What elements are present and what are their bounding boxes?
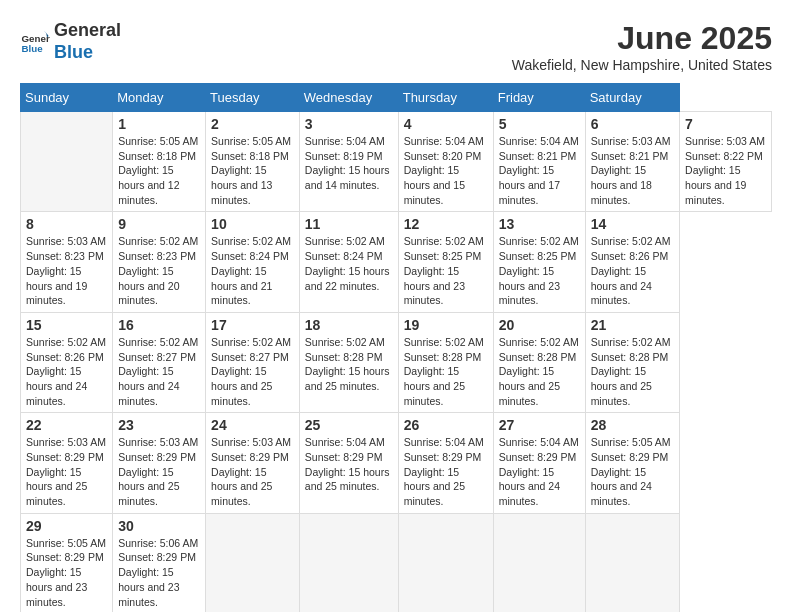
- logo-blue-text: Blue: [54, 42, 93, 62]
- title-block: June 2025 Wakefield, New Hampshire, Unit…: [512, 20, 772, 73]
- day-info: Sunrise: 5:02 AM Sunset: 8:27 PM Dayligh…: [118, 335, 200, 408]
- day-number: 27: [499, 417, 580, 433]
- day-header-saturday: Saturday: [585, 84, 679, 112]
- day-number: 8: [26, 216, 107, 232]
- day-number: 28: [591, 417, 674, 433]
- day-number: 22: [26, 417, 107, 433]
- day-info: Sunrise: 5:05 AM Sunset: 8:29 PM Dayligh…: [26, 536, 107, 609]
- day-info: Sunrise: 5:02 AM Sunset: 8:26 PM Dayligh…: [26, 335, 107, 408]
- day-number: 24: [211, 417, 294, 433]
- day-info: Sunrise: 5:03 AM Sunset: 8:29 PM Dayligh…: [26, 435, 107, 508]
- day-number: 19: [404, 317, 488, 333]
- day-info: Sunrise: 5:04 AM Sunset: 8:29 PM Dayligh…: [404, 435, 488, 508]
- day-number: 7: [685, 116, 766, 132]
- day-info: Sunrise: 5:05 AM Sunset: 8:18 PM Dayligh…: [118, 134, 200, 207]
- week-row-1: 1 Sunrise: 5:05 AM Sunset: 8:18 PM Dayli…: [21, 112, 772, 212]
- calendar-cell: 16 Sunrise: 5:02 AM Sunset: 8:27 PM Dayl…: [113, 312, 206, 412]
- calendar-cell: 10 Sunrise: 5:02 AM Sunset: 8:24 PM Dayl…: [206, 212, 300, 312]
- calendar-cell: [398, 513, 493, 612]
- day-info: Sunrise: 5:06 AM Sunset: 8:29 PM Dayligh…: [118, 536, 200, 609]
- day-info: Sunrise: 5:02 AM Sunset: 8:28 PM Dayligh…: [499, 335, 580, 408]
- day-info: Sunrise: 5:04 AM Sunset: 8:20 PM Dayligh…: [404, 134, 488, 207]
- day-header-tuesday: Tuesday: [206, 84, 300, 112]
- day-info: Sunrise: 5:05 AM Sunset: 8:18 PM Dayligh…: [211, 134, 294, 207]
- calendar-cell: 21 Sunrise: 5:02 AM Sunset: 8:28 PM Dayl…: [585, 312, 679, 412]
- calendar-cell: 11 Sunrise: 5:02 AM Sunset: 8:24 PM Dayl…: [299, 212, 398, 312]
- day-info: Sunrise: 5:02 AM Sunset: 8:25 PM Dayligh…: [499, 234, 580, 307]
- day-number: 30: [118, 518, 200, 534]
- page-header: General Blue General Blue June 2025 Wake…: [20, 20, 772, 73]
- week-row-4: 22 Sunrise: 5:03 AM Sunset: 8:29 PM Dayl…: [21, 413, 772, 513]
- day-number: 9: [118, 216, 200, 232]
- calendar-cell: 29 Sunrise: 5:05 AM Sunset: 8:29 PM Dayl…: [21, 513, 113, 612]
- day-info: Sunrise: 5:02 AM Sunset: 8:24 PM Dayligh…: [305, 234, 393, 293]
- day-info: Sunrise: 5:02 AM Sunset: 8:28 PM Dayligh…: [404, 335, 488, 408]
- day-info: Sunrise: 5:03 AM Sunset: 8:22 PM Dayligh…: [685, 134, 766, 207]
- day-info: Sunrise: 5:03 AM Sunset: 8:21 PM Dayligh…: [591, 134, 674, 207]
- day-info: Sunrise: 5:02 AM Sunset: 8:27 PM Dayligh…: [211, 335, 294, 408]
- day-header-thursday: Thursday: [398, 84, 493, 112]
- week-row-2: 8 Sunrise: 5:03 AM Sunset: 8:23 PM Dayli…: [21, 212, 772, 312]
- calendar-cell: 26 Sunrise: 5:04 AM Sunset: 8:29 PM Dayl…: [398, 413, 493, 513]
- day-header-wednesday: Wednesday: [299, 84, 398, 112]
- day-number: 26: [404, 417, 488, 433]
- calendar-header-row: SundayMondayTuesdayWednesdayThursdayFrid…: [21, 84, 772, 112]
- calendar-cell: [493, 513, 585, 612]
- day-number: 1: [118, 116, 200, 132]
- calendar-cell: 14 Sunrise: 5:02 AM Sunset: 8:26 PM Dayl…: [585, 212, 679, 312]
- calendar-cell: 6 Sunrise: 5:03 AM Sunset: 8:21 PM Dayli…: [585, 112, 679, 212]
- calendar-cell: 8 Sunrise: 5:03 AM Sunset: 8:23 PM Dayli…: [21, 212, 113, 312]
- day-number: 18: [305, 317, 393, 333]
- day-number: 12: [404, 216, 488, 232]
- day-header-sunday: Sunday: [21, 84, 113, 112]
- location-text: Wakefield, New Hampshire, United States: [512, 57, 772, 73]
- day-info: Sunrise: 5:02 AM Sunset: 8:28 PM Dayligh…: [591, 335, 674, 408]
- week-row-3: 15 Sunrise: 5:02 AM Sunset: 8:26 PM Dayl…: [21, 312, 772, 412]
- calendar-cell: 4 Sunrise: 5:04 AM Sunset: 8:20 PM Dayli…: [398, 112, 493, 212]
- calendar-cell: 24 Sunrise: 5:03 AM Sunset: 8:29 PM Dayl…: [206, 413, 300, 513]
- svg-text:Blue: Blue: [22, 42, 44, 53]
- logo-general-text: General: [54, 20, 121, 40]
- day-header-monday: Monday: [113, 84, 206, 112]
- day-info: Sunrise: 5:03 AM Sunset: 8:23 PM Dayligh…: [26, 234, 107, 307]
- month-year-title: June 2025: [512, 20, 772, 57]
- calendar-cell: 17 Sunrise: 5:02 AM Sunset: 8:27 PM Dayl…: [206, 312, 300, 412]
- day-number: 29: [26, 518, 107, 534]
- day-info: Sunrise: 5:02 AM Sunset: 8:23 PM Dayligh…: [118, 234, 200, 307]
- day-info: Sunrise: 5:02 AM Sunset: 8:28 PM Dayligh…: [305, 335, 393, 394]
- day-info: Sunrise: 5:02 AM Sunset: 8:24 PM Dayligh…: [211, 234, 294, 307]
- day-number: 25: [305, 417, 393, 433]
- calendar-cell: 15 Sunrise: 5:02 AM Sunset: 8:26 PM Dayl…: [21, 312, 113, 412]
- day-number: 15: [26, 317, 107, 333]
- day-number: 21: [591, 317, 674, 333]
- calendar-cell: 12 Sunrise: 5:02 AM Sunset: 8:25 PM Dayl…: [398, 212, 493, 312]
- day-header-friday: Friday: [493, 84, 585, 112]
- day-number: 16: [118, 317, 200, 333]
- calendar-cell: 25 Sunrise: 5:04 AM Sunset: 8:29 PM Dayl…: [299, 413, 398, 513]
- calendar-table: SundayMondayTuesdayWednesdayThursdayFrid…: [20, 83, 772, 612]
- day-number: 14: [591, 216, 674, 232]
- day-number: 6: [591, 116, 674, 132]
- day-number: 2: [211, 116, 294, 132]
- day-info: Sunrise: 5:04 AM Sunset: 8:29 PM Dayligh…: [305, 435, 393, 494]
- day-info: Sunrise: 5:02 AM Sunset: 8:25 PM Dayligh…: [404, 234, 488, 307]
- calendar-cell: 13 Sunrise: 5:02 AM Sunset: 8:25 PM Dayl…: [493, 212, 585, 312]
- calendar-cell: 18 Sunrise: 5:02 AM Sunset: 8:28 PM Dayl…: [299, 312, 398, 412]
- calendar-cell: [21, 112, 113, 212]
- day-info: Sunrise: 5:02 AM Sunset: 8:26 PM Dayligh…: [591, 234, 674, 307]
- calendar-cell: 19 Sunrise: 5:02 AM Sunset: 8:28 PM Dayl…: [398, 312, 493, 412]
- logo: General Blue General Blue: [20, 20, 121, 63]
- calendar-cell: 22 Sunrise: 5:03 AM Sunset: 8:29 PM Dayl…: [21, 413, 113, 513]
- week-row-5: 29 Sunrise: 5:05 AM Sunset: 8:29 PM Dayl…: [21, 513, 772, 612]
- calendar-cell: [585, 513, 679, 612]
- calendar-cell: 3 Sunrise: 5:04 AM Sunset: 8:19 PM Dayli…: [299, 112, 398, 212]
- day-info: Sunrise: 5:04 AM Sunset: 8:29 PM Dayligh…: [499, 435, 580, 508]
- calendar-cell: 1 Sunrise: 5:05 AM Sunset: 8:18 PM Dayli…: [113, 112, 206, 212]
- day-info: Sunrise: 5:03 AM Sunset: 8:29 PM Dayligh…: [211, 435, 294, 508]
- day-number: 3: [305, 116, 393, 132]
- day-number: 4: [404, 116, 488, 132]
- day-info: Sunrise: 5:05 AM Sunset: 8:29 PM Dayligh…: [591, 435, 674, 508]
- day-info: Sunrise: 5:03 AM Sunset: 8:29 PM Dayligh…: [118, 435, 200, 508]
- calendar-cell: 20 Sunrise: 5:02 AM Sunset: 8:28 PM Dayl…: [493, 312, 585, 412]
- calendar-cell: [206, 513, 300, 612]
